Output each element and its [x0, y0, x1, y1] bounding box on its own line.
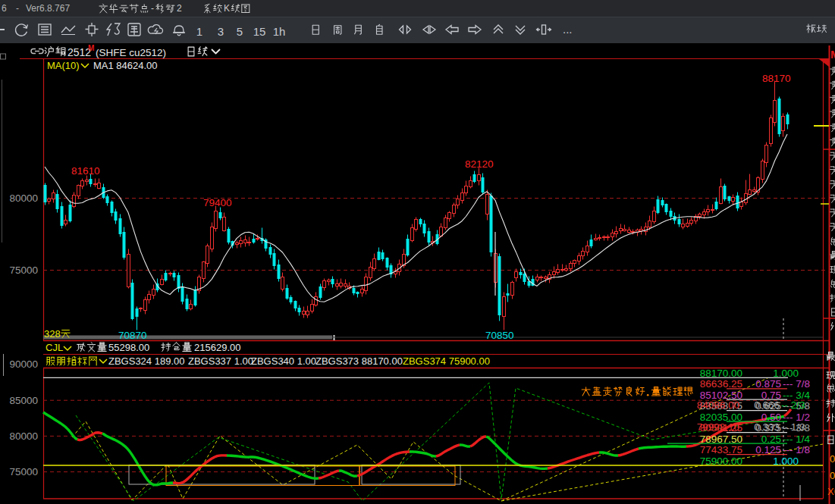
svg-text:ZBGS374 75900.00: ZBGS374 75900.00 [403, 355, 490, 367]
svg-text:(SHFE cu2512): (SHFE cu2512) [96, 47, 166, 58]
svg-text:ZBGS337 1.00: ZBGS337 1.00 [188, 355, 253, 367]
svg-text:ZBGS340 1.00: ZBGS340 1.00 [251, 355, 316, 367]
svg-text:82120: 82120 [465, 158, 494, 170]
svg-text:1h: 1h [273, 25, 286, 38]
svg-text:1: 1 [196, 25, 202, 38]
svg-text:90000: 90000 [9, 358, 38, 370]
svg-text:MA(10): MA(10) [47, 60, 80, 71]
svg-text:328: 328 [44, 328, 61, 340]
svg-text:15: 15 [253, 25, 266, 38]
svg-text:K: K [224, 3, 230, 14]
svg-text:85000: 85000 [9, 395, 38, 406]
svg-text:81610: 81610 [71, 165, 100, 177]
svg-text:215629.00: 215629.00 [194, 342, 240, 353]
svg-text:-- 1/3: -- 1/3 [781, 421, 805, 433]
svg-text:0: 0 [830, 453, 835, 465]
svg-text:ZBGS373 88170.00: ZBGS373 88170.00 [315, 355, 403, 367]
svg-text:--- 1/4: --- 1/4 [783, 434, 810, 445]
svg-text:78967.50: 78967.50 [700, 434, 742, 445]
svg-text:84086.00: 84086.00 [697, 399, 739, 411]
svg-text:88170: 88170 [762, 73, 791, 84]
svg-text:0: 0 [830, 470, 835, 481]
svg-text:75000: 75000 [9, 466, 38, 477]
svg-text:-: - [16, 3, 19, 14]
svg-text:CJL: CJL [46, 342, 63, 353]
svg-text:79998.10: 79998.10 [697, 421, 739, 433]
svg-text:80000: 80000 [9, 430, 38, 442]
svg-text:1.000: 1.000 [773, 455, 799, 467]
svg-text:X0: X0 [827, 486, 835, 497]
svg-text:79400: 79400 [203, 197, 232, 208]
svg-text:-- 2/3: -- 2/3 [781, 399, 805, 411]
svg-text:M: M [88, 44, 94, 52]
svg-text:86636.25: 86636.25 [700, 378, 742, 390]
svg-text:0.666: 0.666 [754, 399, 780, 411]
svg-text:--- 1/8: --- 1/8 [783, 444, 810, 455]
svg-text:2: 2 [177, 3, 182, 14]
svg-text:77433.75: 77433.75 [700, 444, 742, 455]
svg-text:75900.00: 75900.00 [700, 455, 742, 467]
svg-text:80000: 80000 [9, 193, 38, 204]
svg-text:1.000: 1.000 [773, 368, 799, 379]
svg-text:0.333: 0.333 [754, 421, 780, 433]
svg-text:M: M [830, 48, 835, 61]
svg-text:70870: 70870 [118, 330, 147, 341]
svg-text:0.125: 0.125 [755, 444, 781, 455]
svg-text:6: 6 [2, 3, 7, 14]
svg-text:ZBGS324 189.00: ZBGS324 189.00 [108, 355, 184, 367]
svg-text:75000: 75000 [9, 265, 38, 276]
svg-text:-: - [151, 3, 154, 14]
svg-text:5: 5 [237, 25, 243, 38]
svg-text:3: 3 [218, 25, 224, 38]
svg-text:...: ... [563, 23, 573, 36]
svg-text:--- 7/8: --- 7/8 [783, 378, 810, 390]
svg-text:70850: 70850 [485, 330, 514, 341]
svg-text:88170.00: 88170.00 [700, 368, 742, 379]
svg-text:Ver6.8.767: Ver6.8.767 [26, 3, 70, 14]
svg-text:0.25: 0.25 [761, 434, 781, 445]
svg-text:MA1 84624.00: MA1 84624.00 [93, 60, 158, 71]
svg-text:55298.00: 55298.00 [108, 342, 149, 353]
svg-text:0.875: 0.875 [755, 378, 781, 390]
